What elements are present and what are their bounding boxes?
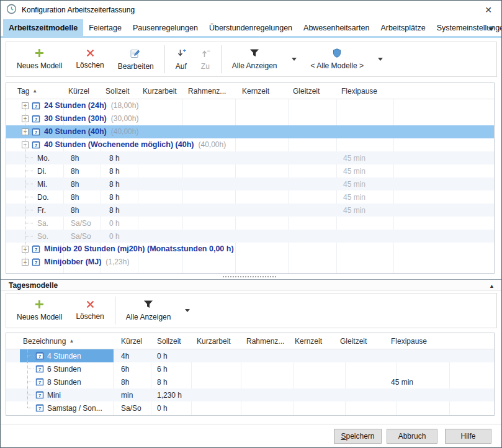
collapse-all-button[interactable]: − Zu bbox=[194, 42, 217, 76]
chevron-down-icon bbox=[292, 58, 297, 61]
day-row[interactable]: Mo.8h8 h45 min bbox=[6, 151, 494, 164]
column-header-kürzel[interactable]: Kürzel bbox=[68, 83, 89, 99]
tab-pausenregelungen[interactable]: Pausenregelungen bbox=[127, 19, 204, 36]
splitter-handle[interactable] bbox=[223, 276, 276, 277]
day-models-table: Bezeichnung ▲KürzelSollzeitKurzarbeitRah… bbox=[6, 333, 495, 416]
cell-tag: Do. bbox=[37, 190, 49, 204]
delete-button[interactable]: Löschen bbox=[69, 42, 110, 76]
footer-divider bbox=[1, 424, 501, 424]
tab-feiertage[interactable]: Feiertage bbox=[83, 19, 127, 36]
day-models-toolbar: Neues Modell Löschen Alle Anzeigen bbox=[6, 293, 497, 328]
cell-bezeichnung: Samstag / Son... bbox=[47, 401, 102, 414]
tab-arbeitszeitmodelle[interactable]: Arbeitszeitmodelle bbox=[3, 19, 83, 36]
model-hours-suffix: (40,00h) bbox=[111, 125, 139, 138]
svg-text:7: 7 bbox=[35, 143, 37, 148]
edit-button[interactable]: Bearbeiten bbox=[111, 42, 161, 76]
tab-strip-container: ArbeitszeitmodelleFeiertagePausenregelun… bbox=[1, 19, 501, 38]
day-row[interactable]: Sa.Sa/So0 h bbox=[6, 217, 494, 230]
model-hours-suffix: (40,00h) bbox=[198, 138, 226, 151]
day-row[interactable]: So.Sa/So0 h bbox=[6, 230, 494, 243]
collapse-panel-icon[interactable]: ▲ bbox=[489, 283, 495, 289]
toolbar-separator bbox=[164, 45, 165, 73]
day-model-row[interactable]: 7Samstag / Son...Sa/So0 h bbox=[6, 401, 494, 414]
cell-tag: So. bbox=[37, 230, 48, 243]
svg-text:+: + bbox=[182, 48, 186, 54]
column-header-sollzeit[interactable]: Sollzeit bbox=[157, 333, 181, 349]
column-header-flexipause[interactable]: Flexipause bbox=[341, 83, 377, 99]
day-model-row[interactable]: 76 Stunden6h6 h bbox=[6, 362, 494, 375]
tab-overflow-button[interactable] bbox=[488, 24, 494, 33]
svg-text:7: 7 bbox=[35, 247, 37, 253]
day-row[interactable]: Mi.8h8 h45 min bbox=[6, 177, 494, 190]
column-header-bezeichnung[interactable]: Bezeichnung ▲ bbox=[23, 333, 74, 349]
column-header-kurzarbeit[interactable]: Kurzarbeit bbox=[143, 83, 177, 99]
column-header-rahmenz[interactable]: Rahmenz... bbox=[188, 83, 226, 99]
calendar-icon: 7 bbox=[35, 351, 44, 360]
show-all-filter-button[interactable]: Alle Anzeigen bbox=[225, 42, 284, 76]
column-header-gleitzeit[interactable]: Gleitzeit bbox=[293, 83, 320, 99]
model-row[interactable]: +7Minijob 20 Stunden (mj20h) (Monatsstun… bbox=[6, 243, 494, 256]
expand-all-button[interactable]: + Auf bbox=[169, 42, 194, 76]
delete-day-model-button[interactable]: Löschen bbox=[69, 293, 110, 328]
model-row[interactable]: +7Minijobber (MJ)(1,23h) bbox=[6, 256, 494, 269]
cell-kurzel: 8h bbox=[71, 190, 79, 204]
column-header-flexipause[interactable]: Flexipause bbox=[391, 333, 427, 349]
column-header-kurzarbeit[interactable]: Kurzarbeit bbox=[197, 333, 231, 349]
show-all-day-dropdown-button[interactable] bbox=[177, 293, 197, 328]
chevron-down-icon bbox=[185, 309, 190, 312]
tree-guide-line bbox=[25, 105, 26, 265]
close-button[interactable]: ✕ bbox=[475, 1, 501, 19]
cell-kurzel: Sa/So bbox=[71, 230, 91, 243]
cell-sollzeit: 0 h bbox=[109, 230, 120, 243]
model-hours-suffix: (30,00h) bbox=[111, 112, 139, 125]
tree-branch bbox=[27, 408, 34, 408]
svg-text:7: 7 bbox=[35, 117, 37, 122]
show-all-day-filter-button[interactable]: Alle Anzeigen bbox=[119, 293, 178, 328]
model-label: 40 Stunden (Wochenende möglich) (40h)(40… bbox=[44, 138, 226, 151]
cancel-button[interactable]: Abbruch bbox=[387, 429, 437, 444]
tab-arbeitsplätze[interactable]: Arbeitsplätze bbox=[375, 19, 431, 36]
tree-branch bbox=[25, 158, 33, 158]
model-row[interactable]: −740 Stunden (Wochenende möglich) (40h)(… bbox=[6, 138, 494, 151]
column-header-sollzeit[interactable]: Sollzeit bbox=[105, 83, 130, 99]
day-model-row[interactable]: 74 Stunden4h0 h bbox=[6, 349, 494, 362]
show-all-dropdown-button[interactable] bbox=[284, 42, 304, 76]
new-model-button[interactable]: Neues Modell bbox=[10, 42, 69, 76]
toolbar-separator bbox=[115, 297, 115, 325]
column-header-tag[interactable]: Tag ▲ bbox=[17, 83, 37, 99]
column-header-rahmenz[interactable]: Rahmenz... bbox=[246, 333, 284, 349]
column-header-kürzel[interactable]: Kürzel bbox=[121, 333, 142, 349]
tab-abwesenheitsarten[interactable]: Abwesenheitsarten bbox=[298, 19, 375, 36]
column-header-kernzeit[interactable]: Kernzeit bbox=[242, 83, 269, 99]
dialog-window: Konfiguration Arbeitszeiterfassung ✕ Arb… bbox=[0, 0, 502, 448]
column-header-kernzeit[interactable]: Kernzeit bbox=[295, 333, 322, 349]
model-filter-dropdown-button[interactable] bbox=[370, 42, 390, 76]
day-row[interactable]: Do.8h8 h45 min bbox=[6, 190, 494, 204]
model-row[interactable]: +724 Stunden (24h)(18,00h) bbox=[6, 99, 494, 112]
tree-branch bbox=[25, 236, 33, 236]
cell-flexipause: 45 min bbox=[343, 164, 365, 177]
cell-flexipause: 45 min bbox=[343, 177, 365, 190]
day-model-row[interactable]: 78 Stunden8h8 h45 min bbox=[6, 375, 494, 388]
column-header-gleitzeit[interactable]: Gleitzeit bbox=[340, 333, 367, 349]
svg-text:−: − bbox=[207, 48, 210, 54]
new-day-model-button[interactable]: Neues Modell bbox=[10, 293, 69, 328]
calendar-icon: 7 bbox=[32, 114, 40, 123]
model-row[interactable]: +740 Stunden (40h)(40,00h) bbox=[6, 125, 494, 138]
cell-sollzeit: 8 h bbox=[109, 177, 120, 190]
chevron-down-icon bbox=[378, 58, 383, 61]
tab-überstundenregelungen[interactable]: Überstundenregelungen bbox=[204, 19, 298, 36]
day-row[interactable]: Fr.8h8 h45 min bbox=[6, 204, 494, 217]
day-model-row[interactable]: 7Minimin1,230 h bbox=[6, 388, 494, 401]
model-row[interactable]: +730 Stunden (30h)(30,00h) bbox=[6, 112, 494, 125]
help-button[interactable]: Hilfe bbox=[445, 429, 491, 444]
cell-bezeichnung: Mini bbox=[47, 388, 61, 401]
cell-sollzeit: 1,230 h bbox=[157, 388, 182, 401]
model-filter-button[interactable]: < Alle Modelle > bbox=[304, 42, 370, 76]
day-models-panel-header[interactable]: Tagesmodelle ▲ bbox=[1, 279, 501, 291]
save-button[interactable]: Speichern bbox=[334, 429, 382, 444]
tree-branch bbox=[25, 223, 33, 223]
cell-tag: Fr. bbox=[37, 204, 46, 217]
cell-kurzel: 8h bbox=[71, 164, 79, 177]
day-row[interactable]: Di.8h8 h45 min bbox=[6, 164, 494, 177]
